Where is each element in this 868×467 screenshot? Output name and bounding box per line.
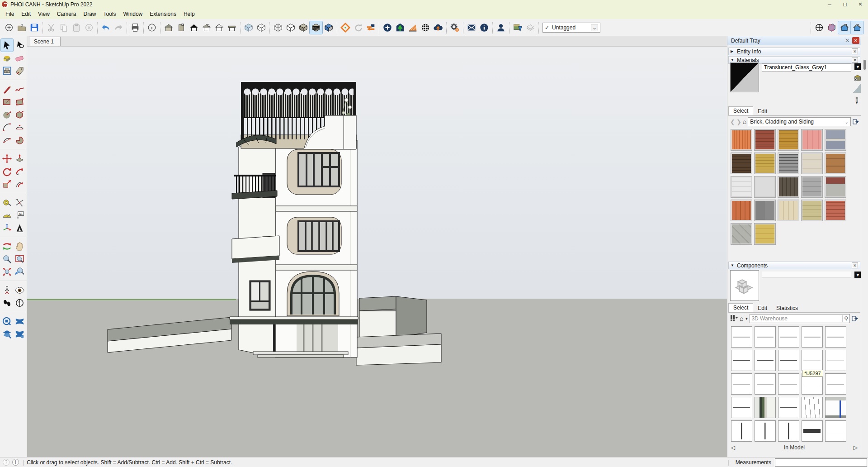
back-view-icon[interactable]	[213, 21, 226, 34]
previous-view-tool[interactable]	[14, 265, 26, 278]
component-thumbnail[interactable]	[778, 350, 799, 371]
zoom-extents-tool[interactable]	[1, 265, 13, 278]
redo-icon[interactable]	[112, 21, 125, 34]
component-thumbnail[interactable]	[802, 397, 823, 418]
material-name-input[interactable]	[762, 63, 851, 71]
styles-icon[interactable]	[524, 21, 537, 34]
material-collection-dropdown[interactable]: Brick, Cladding and Siding ⌄	[748, 117, 851, 126]
select-tool[interactable]	[1, 39, 13, 52]
home-icon[interactable]: ⌂	[743, 118, 746, 125]
eraser-tool[interactable]	[14, 52, 26, 64]
material-swatch[interactable]	[802, 200, 822, 221]
plan-view-icon[interactable]	[188, 21, 200, 34]
material-swatch[interactable]	[825, 129, 846, 150]
instructor-icon[interactable]	[478, 21, 491, 34]
components-header[interactable]: ▼ Components ✕	[728, 262, 860, 269]
arc-tool[interactable]	[1, 121, 13, 133]
new-icon[interactable]	[3, 21, 15, 34]
shaded-with-textures-icon[interactable]	[310, 21, 322, 34]
ext-tool-4[interactable]	[14, 328, 26, 340]
two-point-arc-tool[interactable]	[14, 121, 26, 133]
components-tab-statistics[interactable]: Statistics	[772, 304, 802, 312]
rotated-rectangle-tool[interactable]	[14, 95, 26, 108]
scene-tab[interactable]: Scene 1	[29, 37, 61, 46]
open-icon[interactable]	[15, 21, 28, 34]
material-swatch[interactable]	[755, 176, 775, 197]
lasso-tool[interactable]	[14, 39, 26, 52]
tag-dropdown[interactable]: ✓ Untagged ⌄	[542, 23, 600, 33]
component-thumbnail[interactable]	[802, 350, 823, 371]
soften-edges-icon[interactable]	[419, 21, 432, 34]
save-icon[interactable]	[28, 21, 41, 34]
material-swatch[interactable]	[731, 224, 752, 244]
section-plane-tool[interactable]: N	[14, 296, 26, 309]
component-thumbnail[interactable]	[802, 420, 823, 442]
component-thumbnail[interactable]	[825, 326, 846, 348]
undo-icon[interactable]	[99, 21, 112, 34]
extension-manager-icon[interactable]	[448, 21, 461, 34]
pin-icon[interactable]: ⛌	[844, 37, 851, 44]
tray-scrollbar[interactable]	[861, 36, 868, 457]
back-arrow-icon[interactable]: ❮	[730, 119, 735, 125]
model-info-icon[interactable]	[146, 21, 158, 34]
component-thumbnail[interactable]	[755, 397, 776, 418]
component-thumbnail[interactable]	[755, 373, 776, 395]
maximize-button[interactable]: ◻	[837, 0, 853, 9]
material-swatch[interactable]	[802, 153, 822, 174]
dimension-tool[interactable]	[14, 196, 26, 209]
nav-left-icon[interactable]: ◁	[731, 444, 735, 451]
rectangle-tool[interactable]	[1, 95, 13, 108]
material-swatch[interactable]	[755, 200, 775, 221]
component-thumbnail[interactable]	[731, 326, 752, 348]
menu-camera[interactable]: Camera	[53, 10, 80, 19]
rotate-tool[interactable]	[1, 165, 13, 177]
component-thumbnail[interactable]	[778, 420, 799, 442]
make-component-tool[interactable]	[1, 64, 13, 77]
zoom-tool[interactable]	[1, 253, 13, 265]
wireframe-icon[interactable]	[272, 21, 284, 34]
material-swatch[interactable]	[778, 129, 799, 150]
refresh-model-icon[interactable]	[352, 21, 364, 34]
details-arrow-icon[interactable]	[852, 118, 859, 125]
text-tool[interactable]: A1	[14, 209, 26, 221]
component-thumbnail[interactable]	[825, 420, 846, 442]
measurements-input[interactable]	[775, 458, 867, 467]
copy-icon[interactable]	[57, 21, 70, 34]
material-swatch[interactable]	[825, 153, 846, 174]
three-point-arc-tool[interactable]	[1, 133, 13, 146]
model-canvas[interactable]	[27, 47, 727, 457]
material-swatch[interactable]	[802, 129, 822, 150]
menu-extensions[interactable]: Extensions	[146, 10, 180, 19]
section-plane-display-icon[interactable]	[826, 21, 838, 34]
sign-in-icon[interactable]	[495, 21, 507, 34]
monochrome-icon[interactable]	[322, 21, 335, 34]
circle-tool[interactable]	[1, 108, 13, 121]
paint-bucket-tool[interactable]	[1, 52, 13, 64]
view-options-icon[interactable]	[730, 315, 738, 323]
close-button[interactable]: ✕	[853, 0, 868, 9]
components-tab-select[interactable]: Select	[728, 303, 753, 312]
component-thumbnail[interactable]	[755, 350, 776, 371]
iso-house-icon[interactable]	[851, 21, 863, 34]
material-swatch[interactable]	[755, 153, 775, 174]
print-icon[interactable]	[129, 21, 142, 34]
pie-tool[interactable]	[14, 133, 26, 146]
menu-tools[interactable]: Tools	[100, 10, 120, 19]
component-thumbnail[interactable]	[825, 350, 846, 371]
component-thumbnail[interactable]	[731, 397, 752, 418]
ext-tool-1[interactable]	[1, 315, 13, 328]
left-view-icon[interactable]	[175, 21, 188, 34]
component-thumbnail[interactable]	[731, 373, 752, 395]
material-swatch[interactable]	[802, 176, 822, 197]
menu-view[interactable]: View	[34, 10, 53, 19]
freehand-tool[interactable]	[14, 83, 26, 95]
position-camera-tool[interactable]	[1, 284, 13, 296]
component-thumbnail[interactable]	[825, 397, 846, 418]
send-to-layout-icon[interactable]	[465, 21, 478, 34]
minimize-button[interactable]: ─	[822, 0, 837, 9]
component-thumbnail[interactable]	[731, 420, 752, 442]
material-swatch[interactable]	[731, 129, 752, 150]
cut-icon[interactable]	[45, 21, 57, 34]
geolocation-icon[interactable]: ?	[3, 459, 9, 466]
component-thumbnail[interactable]	[778, 373, 799, 395]
